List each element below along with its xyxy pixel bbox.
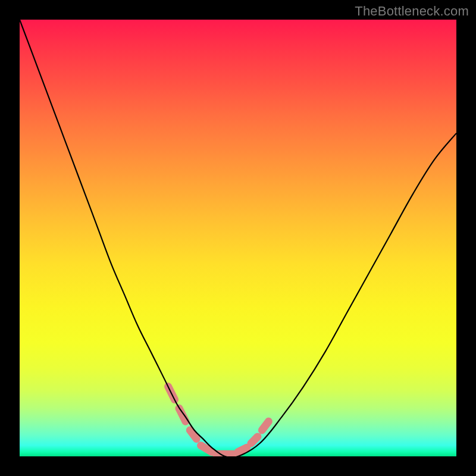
chart-plot-area <box>20 20 456 456</box>
watermark-text: TheBottleneck.com <box>355 4 469 19</box>
chart-svg <box>20 20 456 456</box>
pink-highlight-segment <box>238 447 247 452</box>
pink-highlight-segment <box>251 437 258 443</box>
pink-highlight-segment <box>262 421 268 430</box>
pink-highlight-group <box>168 387 269 455</box>
main-curve-line <box>20 20 456 456</box>
